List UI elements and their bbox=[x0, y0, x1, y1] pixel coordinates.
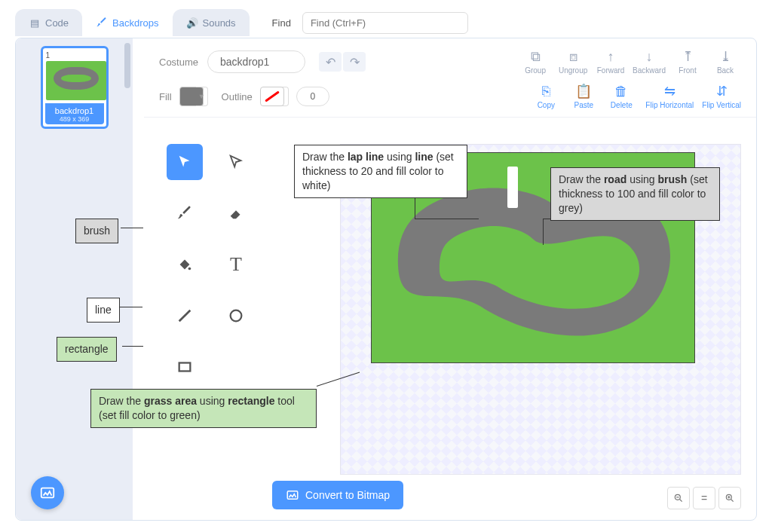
flipv-icon: ⇵ bbox=[716, 84, 728, 99]
copy-button[interactable]: ⎘Copy bbox=[530, 84, 562, 109]
outline-label: Outline bbox=[222, 91, 253, 102]
tab-sounds[interactable]: 🔊 Sounds bbox=[173, 9, 250, 36]
svg-line-10 bbox=[731, 500, 734, 502]
backdrop-thumbnail[interactable]: 1 backdrop1 489 x 369 bbox=[41, 46, 109, 129]
lap-line bbox=[507, 167, 518, 208]
group-button[interactable]: ⧉Group bbox=[519, 49, 551, 75]
code-icon: ▤ bbox=[29, 17, 41, 29]
svg-line-2 bbox=[179, 310, 191, 322]
annotation-rectangle-label: rectangle bbox=[57, 337, 117, 362]
circle-tool[interactable] bbox=[218, 298, 254, 334]
zoom-in-button[interactable] bbox=[718, 487, 741, 509]
costume-name-input[interactable]: backdrop1 bbox=[207, 50, 305, 73]
annotation-lapline: Draw the lap line using line (set thickn… bbox=[294, 145, 467, 198]
copy-icon: ⎘ bbox=[542, 84, 550, 99]
backward-button[interactable]: ↓Backward bbox=[633, 49, 666, 75]
front-button[interactable]: ⤒Front bbox=[672, 49, 703, 75]
paste-button[interactable]: 📋Paste bbox=[568, 84, 599, 109]
sound-icon: 🔊 bbox=[186, 17, 198, 29]
flip-vertical-button[interactable]: ⇵Flip Vertical bbox=[702, 84, 741, 109]
delete-button[interactable]: 🗑Delete bbox=[605, 84, 637, 109]
forward-button[interactable]: ↑Forward bbox=[595, 49, 626, 75]
find-input[interactable] bbox=[302, 12, 468, 34]
tab-backdrops[interactable]: Backdrops bbox=[82, 9, 172, 36]
front-icon: ⤒ bbox=[682, 49, 694, 64]
brush-tool[interactable] bbox=[167, 195, 203, 231]
brush-icon bbox=[96, 17, 108, 29]
rectangle-tool[interactable] bbox=[167, 349, 203, 385]
svg-rect-4 bbox=[179, 363, 191, 371]
annotation-road: Draw the road using brush (set thickness… bbox=[550, 167, 720, 221]
backward-icon: ↓ bbox=[646, 49, 653, 64]
redo-button[interactable]: ↷ bbox=[343, 52, 366, 72]
svg-rect-0 bbox=[41, 488, 54, 498]
reshape-tool[interactable] bbox=[218, 144, 254, 180]
text-tool[interactable]: T bbox=[218, 246, 254, 283]
eraser-tool[interactable] bbox=[218, 195, 254, 231]
tool-palette: T bbox=[167, 144, 254, 385]
fill-tool[interactable] bbox=[167, 246, 203, 283]
outline-thickness-input[interactable] bbox=[296, 87, 329, 106]
bitmap-icon bbox=[286, 488, 299, 502]
group-icon: ⧉ bbox=[531, 49, 541, 64]
image-plus-icon bbox=[39, 485, 56, 501]
paste-icon: 📋 bbox=[575, 84, 592, 99]
back-icon: ⤓ bbox=[720, 49, 731, 64]
ungroup-icon: ⧈ bbox=[569, 49, 577, 64]
fliph-icon: ⇋ bbox=[664, 84, 676, 99]
backdrop-sidebar: 1 backdrop1 489 x 369 bbox=[16, 38, 133, 520]
convert-to-bitmap-button[interactable]: Convert to Bitmap bbox=[272, 481, 403, 509]
find-label: Find bbox=[272, 17, 291, 29]
back-button[interactable]: ⤓Back bbox=[709, 49, 741, 75]
trash-icon: 🗑 bbox=[614, 84, 628, 99]
add-backdrop-button[interactable] bbox=[31, 476, 64, 509]
sidebar-scrollbar[interactable] bbox=[124, 43, 131, 515]
annotation-grass: Draw the grass area using rectangle tool… bbox=[90, 389, 317, 428]
select-tool[interactable] bbox=[167, 144, 203, 180]
outline-color-swatch[interactable] bbox=[260, 87, 284, 106]
svg-rect-5 bbox=[287, 491, 298, 500]
forward-icon: ↑ bbox=[608, 49, 614, 64]
costume-label: Costume bbox=[159, 57, 198, 68]
tab-code[interactable]: ▤ Code bbox=[15, 9, 82, 36]
zoom-controls: = bbox=[667, 487, 741, 509]
thumbnail-preview bbox=[46, 61, 106, 100]
editor-tabs: ▤ Code Backdrops 🔊 Sounds bbox=[15, 9, 250, 36]
ungroup-button[interactable]: ⧈Ungroup bbox=[557, 49, 589, 75]
zoom-out-button[interactable] bbox=[667, 487, 690, 509]
svg-point-3 bbox=[231, 310, 242, 322]
svg-line-7 bbox=[680, 500, 682, 502]
annotation-brush-label: brush bbox=[75, 219, 118, 243]
flip-horizontal-button[interactable]: ⇋Flip Horizontal bbox=[643, 84, 696, 109]
svg-point-1 bbox=[188, 268, 191, 271]
undo-button[interactable]: ↶ bbox=[319, 52, 342, 72]
fill-label: Fill bbox=[159, 91, 172, 102]
fill-dropdown[interactable]: ▼ bbox=[196, 87, 208, 106]
annotation-line-label: line bbox=[87, 298, 120, 323]
line-tool[interactable] bbox=[167, 298, 203, 334]
zoom-reset-button[interactable]: = bbox=[693, 487, 715, 509]
